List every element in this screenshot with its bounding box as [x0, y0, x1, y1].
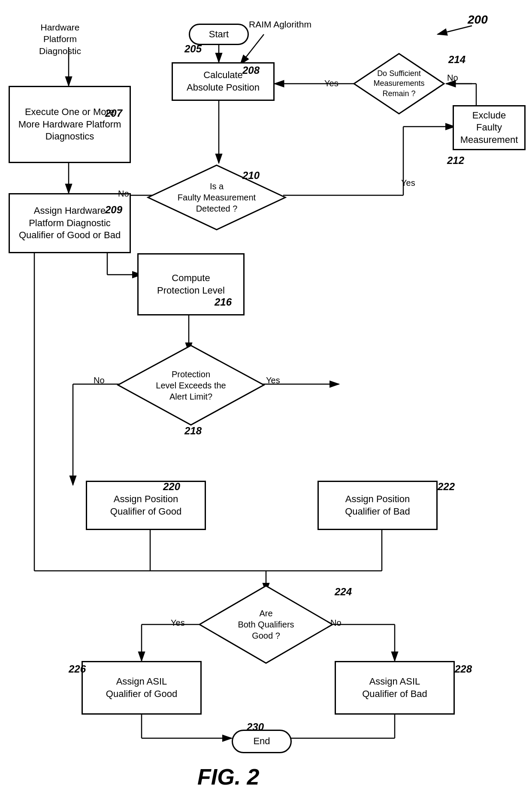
- assign-good-label: Assign Position Qualifier of Good: [110, 493, 181, 518]
- hw-platform-label: HardwarePlatform Diagnostic: [26, 21, 94, 57]
- no-sufficient: No: [447, 73, 458, 83]
- no-both: No: [330, 618, 342, 628]
- ref-226: 226: [69, 663, 86, 675]
- ref-200: 200: [468, 13, 488, 27]
- assign-good-node: Assign Position Qualifier of Good: [86, 481, 206, 530]
- ref-210: 210: [242, 170, 260, 182]
- yes-sufficient: Yes: [324, 79, 339, 88]
- assign-asil-good-label: Assign ASIL Qualifier of Good: [106, 676, 177, 700]
- assign-bad-label: Assign Position Qualifier of Bad: [345, 493, 410, 518]
- fig-caption: FIG. 2: [197, 764, 259, 790]
- exclude-faulty-label: Exclude Faulty Measurement: [460, 109, 518, 146]
- ref-209: 209: [105, 204, 122, 216]
- ref-207: 207: [105, 107, 122, 119]
- assign-bad-node: Assign Position Qualifier of Bad: [317, 481, 438, 530]
- ref-228: 228: [455, 663, 472, 675]
- do-sufficient-diamond: Do Sufficient Measurements Remain ?: [352, 52, 446, 116]
- yes-pl: Yes: [266, 376, 280, 385]
- start-label: Start: [209, 28, 229, 41]
- start-node: Start: [189, 24, 249, 45]
- assign-asil-good-node: Assign ASIL Qualifier of Good: [82, 661, 202, 715]
- ref-224: 224: [335, 586, 352, 598]
- yes-exclude: Yes: [401, 178, 415, 188]
- is-faulty-diamond: Is aFaulty MeasurementDetected ?: [146, 163, 287, 232]
- ref-218: 218: [184, 425, 202, 437]
- no-pl: No: [94, 376, 105, 385]
- pl-exceeds-diamond: ProtectionLevel Exceeds theAlert Limit?: [116, 343, 266, 427]
- end-label: End: [253, 735, 270, 748]
- assign-asil-bad-node: Assign ASIL Qualifier of Bad: [335, 661, 455, 715]
- no-faulty: No: [118, 189, 129, 199]
- ref-208: 208: [242, 64, 260, 76]
- ref-212: 212: [447, 155, 464, 167]
- execute-hw-node: Execute One or More More Hardware Platfo…: [9, 86, 131, 163]
- end-node: End: [232, 730, 292, 753]
- yes-both: Yes: [171, 618, 185, 628]
- both-good-diamond: AreBoth QualifiersGood ?: [197, 584, 335, 665]
- ref-205: 205: [184, 43, 202, 55]
- ref-220: 220: [163, 481, 180, 493]
- ref-214: 214: [448, 54, 466, 66]
- compute-pl-label: Compute Protection Level: [157, 272, 225, 297]
- svg-line-34: [438, 26, 472, 34]
- exclude-faulty-node: Exclude Faulty Measurement: [453, 105, 526, 150]
- ref-222: 222: [438, 481, 455, 493]
- raim-label: RAIM Aglorithm: [249, 19, 311, 30]
- ref-216: 216: [215, 296, 232, 308]
- assign-asil-bad-label: Assign ASIL Qualifier of Bad: [362, 676, 427, 700]
- assign-hw-qual-node: Assign Hardware Platform Diagnostic Qual…: [9, 193, 131, 253]
